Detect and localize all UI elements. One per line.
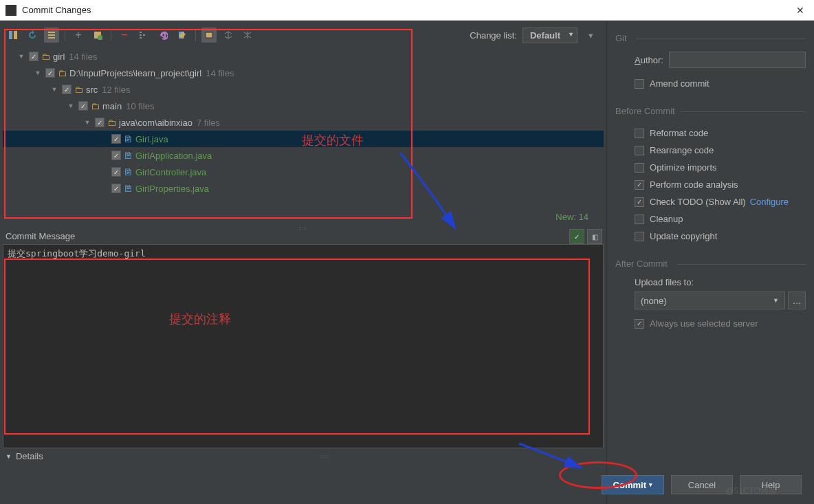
before-label: Rearrange code (650, 145, 714, 155)
before-label: Update copyright (650, 231, 717, 241)
author-input[interactable] (669, 52, 806, 68)
tree-arrow-icon[interactable] (99, 184, 109, 193)
folder-icon: 🗀 (74, 85, 83, 95)
before-checkbox[interactable] (635, 215, 644, 224)
before-label: Perform code analysis (650, 179, 738, 190)
before-label: Check TODO (Show All) (650, 197, 746, 207)
svg-rect-8 (140, 34, 142, 36)
always-server-label: Always use selected server (650, 318, 758, 329)
before-checkbox[interactable] (635, 232, 644, 241)
close-icon[interactable]: ✕ (786, 5, 814, 16)
before-checkbox[interactable] (635, 146, 644, 155)
amend-checkbox[interactable] (635, 79, 644, 89)
folder-icon: 🗀 (41, 52, 50, 62)
commit-button[interactable]: Commit (602, 475, 664, 494)
tree-checkbox[interactable]: ✓ (29, 52, 38, 61)
before-checkbox[interactable] (635, 163, 644, 173)
author-label: Author: (635, 55, 663, 65)
tree-count: 14 files (69, 52, 97, 62)
rollback-icon[interactable] (155, 28, 170, 43)
before-checkbox[interactable] (635, 197, 644, 207)
history-icon[interactable]: ◧ (587, 229, 602, 244)
refresh-icon[interactable] (25, 28, 40, 43)
expand-all-icon[interactable]: + (71, 28, 86, 43)
amend-label: Amend commit (650, 78, 710, 89)
upload-more-button[interactable]: … (788, 292, 806, 309)
cancel-button[interactable]: Cancel (671, 475, 733, 494)
before-label: Reformat code (650, 128, 708, 138)
tree-label: main (102, 101, 122, 111)
tree-checkbox[interactable]: ✓ (111, 134, 121, 144)
tree-row[interactable]: ▼✓🗀src12 files (3, 81, 604, 98)
tree-row[interactable]: ✓🖹GirlApplication.java (3, 147, 604, 164)
watermark: @51CTO博客 (725, 485, 777, 497)
tree-checkbox[interactable]: ✓ (95, 118, 104, 127)
tree-row[interactable]: ▼✓🗀main10 files (3, 98, 604, 114)
tree-arrow-icon[interactable]: ▼ (33, 68, 43, 78)
show-diff-icon[interactable] (6, 28, 21, 43)
tree-checkbox[interactable]: ✓ (62, 85, 72, 94)
tree-row[interactable]: ✓🖹Girl.java (3, 131, 604, 147)
tree-row[interactable]: ▼✓🗀java\com\aibinxiao7 files (3, 114, 604, 131)
commit-message-label: Commit Message (3, 230, 569, 244)
tree-label: GirlController.java (135, 167, 206, 177)
configure-link[interactable]: Configure (750, 197, 789, 207)
tree-label: GirlProperties.java (135, 184, 209, 194)
before-commit-title: Before Commit (615, 106, 806, 116)
tree-count: 10 files (126, 101, 154, 111)
tree-arrow-icon[interactable]: ▼ (66, 101, 76, 111)
delete-icon[interactable]: − (117, 28, 132, 43)
tree-count: 7 files (197, 118, 220, 128)
file-icon: 🖹 (124, 184, 133, 194)
titlebar: Commit Changes ✕ (0, 0, 814, 21)
tree-arrow-icon[interactable] (99, 167, 109, 177)
svg-rect-9 (143, 34, 145, 36)
tree-checkbox[interactable]: ✓ (45, 68, 55, 78)
group-by-icon[interactable] (44, 28, 59, 43)
commit-message-input[interactable] (3, 244, 604, 448)
tree-arrow-icon[interactable]: ▼ (16, 52, 26, 61)
tree-row[interactable]: ✓🖹GirlProperties.java (3, 180, 604, 197)
tree-arrow-icon[interactable] (99, 134, 109, 144)
tree-checkbox[interactable]: ✓ (111, 184, 121, 193)
tree-arrow-icon[interactable] (99, 151, 109, 160)
svg-rect-7 (140, 32, 142, 33)
tree-row[interactable]: ▼✓🗀girl14 files (3, 48, 604, 65)
tree-label: java\com\aibinxiao (119, 118, 192, 128)
svg-rect-4 (48, 37, 55, 39)
changelist-dropdown[interactable]: Default (522, 28, 578, 43)
changelist-icon[interactable] (90, 28, 105, 43)
tree-arrow-icon[interactable]: ▼ (82, 118, 92, 127)
file-tree[interactable]: ▼✓🗀girl14 files▼✓🗀D:\InputProjects\learn… (3, 47, 604, 209)
spellcheck-icon[interactable]: ✓ (569, 229, 584, 244)
tree-arrow-icon[interactable]: ▼ (50, 85, 59, 94)
details-toggle[interactable]: ▼ Details :::::: (3, 448, 604, 464)
tree-label: src (86, 85, 98, 95)
file-icon: 🖹 (124, 167, 133, 177)
always-server-checkbox[interactable] (635, 319, 644, 329)
preview-icon[interactable] (201, 28, 217, 43)
folder-icon: 🗀 (107, 118, 116, 128)
tree-label: D:\InputProjects\learn_project\girl (69, 68, 201, 78)
window-title: Commit Changes (22, 5, 786, 15)
changelist-menu-icon[interactable]: ▾ (583, 28, 598, 43)
tree-checkbox[interactable]: ✓ (78, 101, 88, 111)
file-icon: 🖹 (124, 151, 133, 161)
collapse-icon[interactable] (240, 28, 255, 43)
tree-row[interactable]: ▼✓🗀D:\InputProjects\learn_project\girl14… (3, 65, 604, 81)
tree-label: girl (53, 52, 65, 62)
tree-checkbox[interactable]: ✓ (111, 167, 121, 177)
tree-label: Girl.java (135, 134, 168, 144)
file-icon: 🖹 (124, 134, 133, 144)
upload-select[interactable]: (none)▼ (635, 292, 785, 309)
before-checkbox[interactable] (635, 180, 644, 190)
expand-icon[interactable] (221, 28, 236, 43)
before-checkbox[interactable] (635, 129, 644, 138)
tree-checkbox[interactable]: ✓ (111, 151, 121, 160)
edit-icon[interactable] (175, 28, 190, 43)
tree-row[interactable]: ✓🖹GirlController.java (3, 164, 604, 180)
folder-icon: 🗀 (91, 101, 100, 111)
chevron-down-icon: ▼ (6, 453, 12, 460)
tree-view-icon[interactable] (136, 28, 151, 43)
svg-rect-3 (48, 34, 55, 36)
